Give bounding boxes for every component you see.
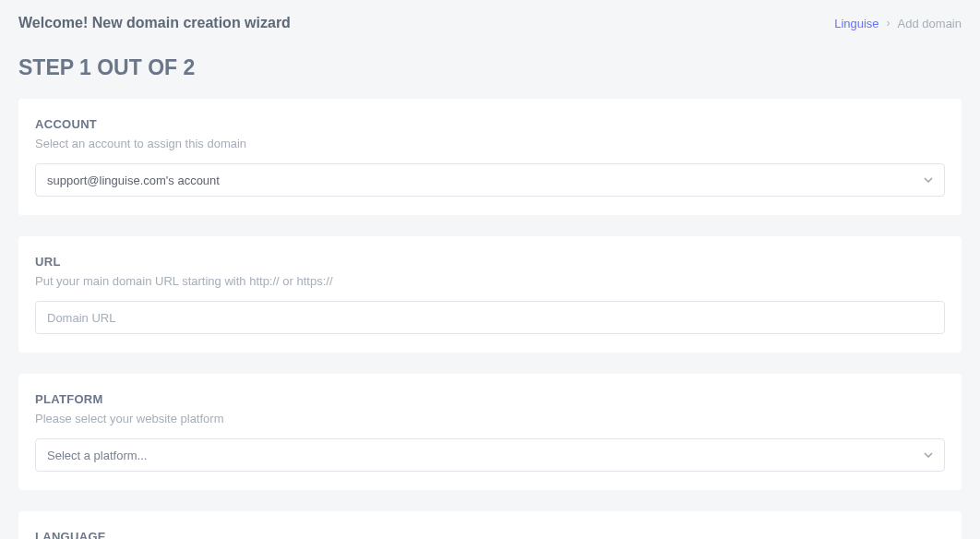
language-label: LANGUAGE — [35, 530, 945, 539]
welcome-title: Welcome! New domain creation wizard — [18, 15, 291, 31]
chevron-right-icon: › — [887, 17, 890, 30]
section-platform: PLATFORM Please select your website plat… — [18, 374, 962, 490]
url-input[interactable] — [35, 301, 945, 334]
section-account: ACCOUNT Select an account to assign this… — [18, 99, 962, 215]
platform-label: PLATFORM — [35, 392, 945, 406]
page-header: Welcome! New domain creation wizard Ling… — [0, 0, 980, 41]
breadcrumb-link-linguise[interactable]: Linguise — [834, 17, 878, 30]
breadcrumb: Linguise › Add domain — [834, 17, 962, 30]
url-desc: Put your main domain URL starting with h… — [35, 274, 945, 288]
account-label: ACCOUNT — [35, 117, 945, 131]
chevron-down-icon — [924, 450, 933, 460]
chevron-down-icon — [924, 175, 933, 185]
section-url: URL Put your main domain URL starting wi… — [18, 236, 962, 353]
step-title: STEP 1 OUT OF 2 — [0, 41, 980, 99]
platform-desc: Please select your website platform — [35, 412, 945, 425]
account-select[interactable]: support@linguise.com's account — [35, 163, 945, 197]
section-language: LANGUAGE — [18, 511, 962, 539]
platform-select-value: Select a platform... — [47, 449, 147, 462]
breadcrumb-current: Add domain — [898, 17, 962, 30]
platform-select[interactable]: Select a platform... — [35, 438, 945, 472]
account-desc: Select an account to assign this domain — [35, 137, 945, 150]
account-select-value: support@linguise.com's account — [47, 174, 220, 187]
url-label: URL — [35, 255, 945, 269]
